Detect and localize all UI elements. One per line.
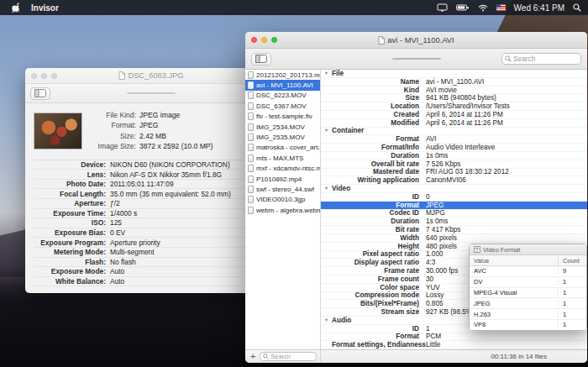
menu-bar-clock[interactable]: Wed 6:41 PM [514, 3, 564, 13]
popup-titlebar[interactable]: Video Format [470, 244, 586, 255]
metadata-row[interactable]: ▼ File [321, 70, 587, 78]
popup-table-row[interactable]: H.263 1 [470, 309, 586, 320]
sidebar-toggle-button[interactable] [251, 53, 271, 66]
column-header-value[interactable]: Value [470, 257, 558, 265]
display-icon[interactable] [437, 3, 448, 12]
format-value: AVC [470, 267, 558, 275]
metadata-row[interactable]: ▼ Writing application CanonMVI06 [321, 176, 587, 185]
popup-table-row[interactable]: DV 1 [470, 277, 586, 288]
sidebar-toggle-button[interactable] [30, 87, 50, 100]
metadata-row[interactable]: ▼ Format AVI [321, 135, 587, 144]
add-file-button[interactable]: + [249, 352, 257, 361]
toolbar-search-field[interactable] [501, 53, 581, 65]
exif-row[interactable]: Lens: Nikon AF-S DX Nikkor 35mm f/1.8G [34, 170, 269, 180]
exif-row[interactable]: Device: NIKON D60 (NIKON CORPORATION) [34, 160, 269, 170]
file-list-item[interactable]: IMG_2535.MOV [245, 132, 320, 142]
popup-table-row[interactable]: VP8 1 [470, 320, 586, 331]
exif-row[interactable]: Flash: No flash [34, 258, 269, 268]
file-list-item[interactable]: 20121202_201713.mp4 [245, 70, 320, 80]
file-icon [248, 155, 254, 162]
file-list-item[interactable]: swf - stereo_44.swf [245, 184, 320, 194]
minimize-button[interactable] [261, 37, 267, 43]
file-list-item[interactable]: flv - test-sample.flv [245, 112, 320, 122]
metadata-row[interactable]: ▼ Bit rate 7 417 Kbps [321, 226, 587, 234]
file-list-item[interactable]: avi - MVI_1100.AVI [245, 80, 320, 90]
exif-row[interactable]: ISO: 125 [34, 218, 269, 228]
summary-label: Image Size: [89, 141, 136, 151]
apple-menu[interactable] [7, 3, 25, 13]
file-icon [248, 176, 254, 183]
format-value: MPEG-4 Visual [470, 289, 558, 296]
metadata-label: File [332, 70, 587, 77]
metadata-row[interactable]: ▼ Location /Users/Shared/Invisor Tests [321, 102, 587, 111]
video-format-popup: Video Format Value Count AVC 9 DV 1 MPEG… [469, 244, 587, 331]
column-header-count[interactable]: Count [558, 257, 586, 265]
file-list-item[interactable]: P1010892.mp4 [245, 174, 320, 184]
minimize-button[interactable] [41, 73, 47, 79]
exif-row[interactable]: Aperture: ƒ/2 [34, 199, 269, 209]
metadata-row[interactable]: ▼ Format JPEG [321, 202, 587, 210]
exif-row[interactable]: White Balance: Auto [34, 277, 269, 287]
metadata-row[interactable]: ▼ Name avi - MVI_1100.AVI [321, 78, 587, 87]
file-list-item[interactable]: mts - MAX.MTS [245, 153, 320, 163]
sidebar-search-input[interactable] [270, 353, 313, 360]
file-list-item[interactable]: webm - algebra.webm [245, 205, 320, 215]
metadata-row[interactable]: ▼ Size 941 KB (940804 bytes) [321, 94, 587, 102]
file-list-item[interactable]: matroska - cover_art.mkv [245, 143, 320, 153]
disclosure-triangle-icon[interactable]: ▼ [321, 186, 332, 191]
window-title-text: avi - MVI_1100.AVI [387, 35, 454, 45]
file-icon [248, 186, 254, 193]
exif-row[interactable]: Metering Mode: Multi-segment [34, 248, 269, 258]
metadata-row[interactable]: ▼ Modified April 6, 2014 at 11:26 PM [321, 119, 587, 128]
metadata-row[interactable]: ▼ Format PCM [321, 333, 587, 342]
disclosure-triangle-icon[interactable]: ▼ [321, 128, 332, 134]
app-menu-invisor[interactable]: Invisor [25, 3, 65, 13]
status-bar: + 00:11:36 in 14 files [245, 349, 587, 363]
close-button[interactable] [31, 73, 37, 79]
metadata-row[interactable]: ▼ Width 640 pixels [321, 234, 587, 243]
metadata-row[interactable]: ▼ ID 0 [321, 193, 587, 202]
popup-table-row[interactable]: MPEG-4 Visual 1 [470, 288, 586, 299]
wifi-icon[interactable] [478, 4, 488, 12]
metadata-row[interactable]: ▼ Container [321, 128, 587, 136]
file-list-item[interactable]: VIDEO0010.3gp [245, 195, 320, 205]
search-input[interactable] [513, 55, 578, 63]
file-list-item[interactable]: mxf - xdcamdv-ntsc.mxf [245, 164, 320, 174]
metadata-row[interactable]: ▼ Mastered date FRI AUG 03 18:30:12 2012 [321, 169, 587, 177]
metadata-row[interactable]: ▼ Codec ID MJPG [321, 210, 587, 218]
close-button[interactable] [251, 37, 257, 43]
zoom-button[interactable] [51, 73, 57, 79]
sidebar-search-field[interactable] [260, 352, 317, 361]
metadata-row[interactable]: ▼ Kind AVI movie [321, 87, 587, 95]
disclosure-triangle-icon[interactable]: ▼ [321, 318, 332, 323]
main-window-titlebar[interactable]: avi - MVI_1100.AVI [245, 32, 587, 49]
exif-row[interactable]: Focal Length: 35.0 mm (35 mm equivalent:… [34, 189, 269, 199]
popup-table-row[interactable]: JPEG 1 [470, 298, 586, 309]
metadata-value: April 6, 2014 at 11:26 PM [426, 119, 587, 127]
exif-row[interactable]: Exposure Mode: Auto [34, 267, 269, 277]
popup-table-row[interactable]: AVC 9 [470, 266, 586, 277]
battery-icon[interactable] [456, 4, 470, 11]
sidebar-footer: + [245, 350, 321, 363]
metadata-row[interactable]: ▼ Overall bit rate 7 526 Kbps [321, 160, 587, 169]
exif-row[interactable]: Exposure Program: Aperture priority [34, 238, 269, 248]
file-list-item[interactable]: IMG_2534.MOV [245, 122, 320, 132]
exif-row[interactable]: Exposure Time: 1/4000 s [34, 209, 269, 219]
zoom-button[interactable] [271, 37, 277, 43]
metadata-row[interactable]: ▼ Duration 1s 0ms [321, 152, 587, 160]
metadata-row[interactable]: ▼ Format settings, Endianness Little [321, 341, 587, 349]
table-icon [474, 246, 480, 253]
metadata-row[interactable]: ▼ Video [321, 185, 587, 193]
file-list-item[interactable]: DSC_6223.MOV [245, 91, 320, 101]
metadata-row[interactable]: ▼ Created April 6, 2014 at 11:26 PM [321, 111, 587, 119]
exif-row[interactable]: Photo Date: 2011:05:01 11:47:09 [34, 180, 269, 190]
metadata-row[interactable]: ▼ Format/Info Audio Video Interleave [321, 144, 587, 152]
metadata-value: CanonMVI06 [426, 176, 587, 184]
disclosure-triangle-icon[interactable]: ▼ [321, 71, 332, 76]
exif-row[interactable]: Exposure Bias: 0 EV [34, 228, 269, 239]
metadata-row[interactable]: ▼ Duration 1s 0ms [321, 218, 587, 226]
input-language-flag-icon[interactable] [496, 4, 506, 11]
spotlight-icon[interactable] [573, 3, 581, 12]
photo-window-titlebar[interactable]: DSC_6083.JPG [25, 68, 277, 84]
file-list-item[interactable]: DSC_6367.MOV [245, 101, 320, 111]
